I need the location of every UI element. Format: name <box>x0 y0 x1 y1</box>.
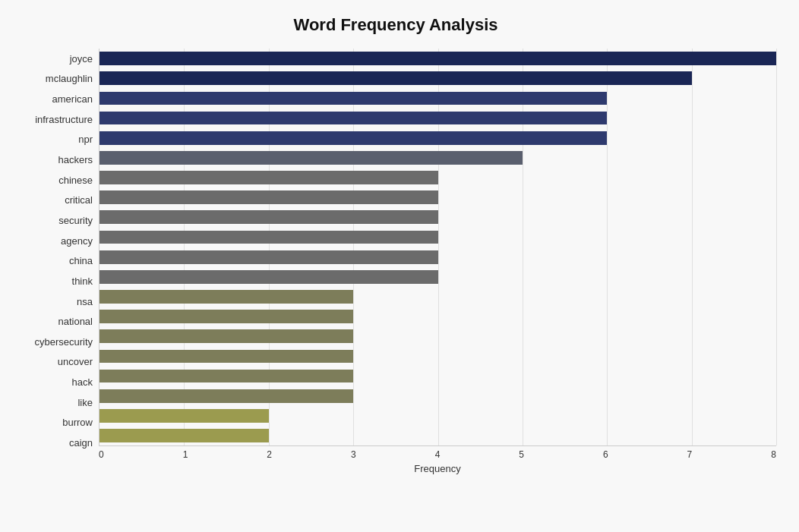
x-tick-4: 4 <box>435 449 441 460</box>
bar-row-hackers <box>99 148 776 168</box>
y-label-infrastructure: infrastructure <box>35 115 93 124</box>
x-tick-2: 2 <box>267 449 272 460</box>
bars-wrapper <box>99 49 776 446</box>
bar-security <box>99 210 438 224</box>
y-label-cybersecurity: cybersecurity <box>34 337 93 347</box>
x-tick-8: 8 <box>771 449 776 460</box>
bar-row-like <box>99 386 776 406</box>
y-label-npr: npr <box>78 134 93 144</box>
y-axis-labels: joycemclaughlinamericaninfrastructurenpr… <box>15 49 99 474</box>
bar-hack <box>99 370 353 383</box>
y-label-agency: agency <box>61 236 93 246</box>
y-label-security: security <box>58 216 93 225</box>
bar-row-critical <box>99 187 776 207</box>
bar-row-think <box>99 267 776 287</box>
bar-row-caign <box>99 426 776 445</box>
bar-burrow <box>99 409 269 423</box>
bar-like <box>99 389 353 403</box>
y-label-like: like <box>77 398 93 408</box>
y-label-american: american <box>52 94 93 104</box>
grid-line-8 <box>776 49 777 445</box>
y-label-hack: hack <box>72 377 93 387</box>
x-axis: 012345678 <box>99 446 776 460</box>
bar-row-china <box>99 247 776 267</box>
y-label-uncover: uncover <box>58 357 93 367</box>
y-label-hackers: hackers <box>58 155 93 165</box>
bar-china <box>99 250 438 264</box>
chart-container: Word Frequency Analysis joycemclaughlina… <box>0 0 799 532</box>
y-label-mclaughlin: mclaughlin <box>46 74 93 83</box>
x-tick-0: 0 <box>99 449 104 460</box>
y-label-joyce: joyce <box>70 54 93 64</box>
x-tick-5: 5 <box>519 449 524 460</box>
y-label-national: national <box>58 316 93 326</box>
bar-row-hack <box>99 367 776 386</box>
x-tick-1: 1 <box>183 449 188 460</box>
bar-row-infrastructure <box>99 108 776 127</box>
bar-cybersecurity <box>99 329 353 343</box>
bar-row-npr <box>99 128 776 148</box>
bar-row-uncover <box>99 346 776 366</box>
y-label-chinese: chinese <box>58 175 93 185</box>
y-label-critical: critical <box>65 195 93 205</box>
bar-row-mclaughlin <box>99 68 776 88</box>
bar-agency <box>99 231 438 244</box>
bar-hackers <box>99 151 523 165</box>
bar-row-burrow <box>99 406 776 426</box>
x-axis-label: Frequency <box>99 463 776 474</box>
bar-row-nsa <box>99 287 776 307</box>
chart-area: joycemclaughlinamericaninfrastructurenpr… <box>15 49 776 474</box>
bar-uncover <box>99 350 353 364</box>
bar-row-security <box>99 207 776 227</box>
bar-row-chinese <box>99 168 776 187</box>
x-tick-7: 7 <box>687 449 693 460</box>
bar-joyce <box>99 52 776 65</box>
y-label-think: think <box>72 276 93 286</box>
chart-title: Word Frequency Analysis <box>15 15 776 35</box>
bar-row-agency <box>99 227 776 247</box>
bars-and-axes: 012345678 Frequency <box>99 49 776 474</box>
bar-chinese <box>99 171 438 184</box>
bar-think <box>99 270 438 284</box>
y-label-caign: caign <box>69 438 93 448</box>
bar-caign <box>99 429 269 442</box>
bar-american <box>99 92 607 105</box>
bar-national <box>99 310 353 323</box>
bar-row-cybersecurity <box>99 326 776 346</box>
bar-row-national <box>99 307 776 326</box>
bar-infrastructure <box>99 112 607 125</box>
bar-row-joyce <box>99 49 776 68</box>
bar-critical <box>99 190 438 204</box>
x-tick-6: 6 <box>603 449 608 460</box>
bar-mclaughlin <box>99 71 692 85</box>
bar-npr <box>99 131 607 145</box>
bar-nsa <box>99 290 353 304</box>
y-label-nsa: nsa <box>77 297 93 307</box>
y-label-china: china <box>69 256 93 266</box>
y-label-burrow: burrow <box>62 417 93 427</box>
bar-row-american <box>99 88 776 108</box>
x-tick-3: 3 <box>351 449 356 460</box>
